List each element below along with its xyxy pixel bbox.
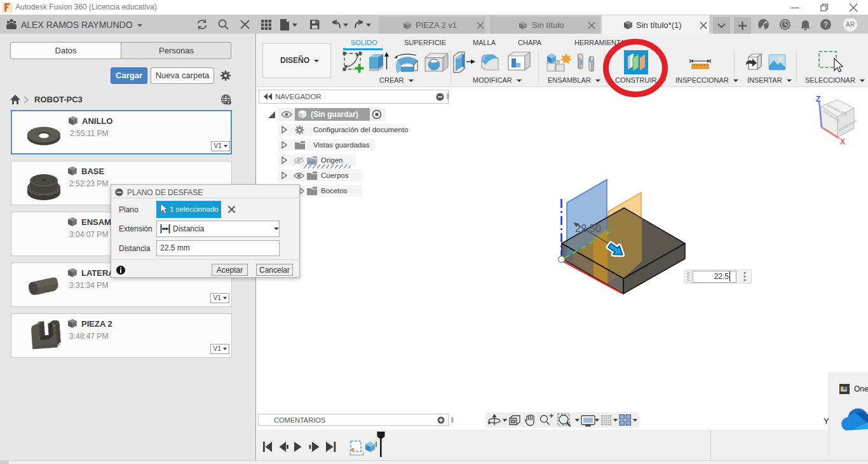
svg-text:AR: AR [846, 21, 855, 28]
svg-text:X: X [840, 137, 845, 146]
svg-text:22.50: 22.50 [575, 222, 601, 234]
svg-text:?: ? [824, 20, 828, 29]
svg-text:Z: Z [816, 95, 820, 104]
